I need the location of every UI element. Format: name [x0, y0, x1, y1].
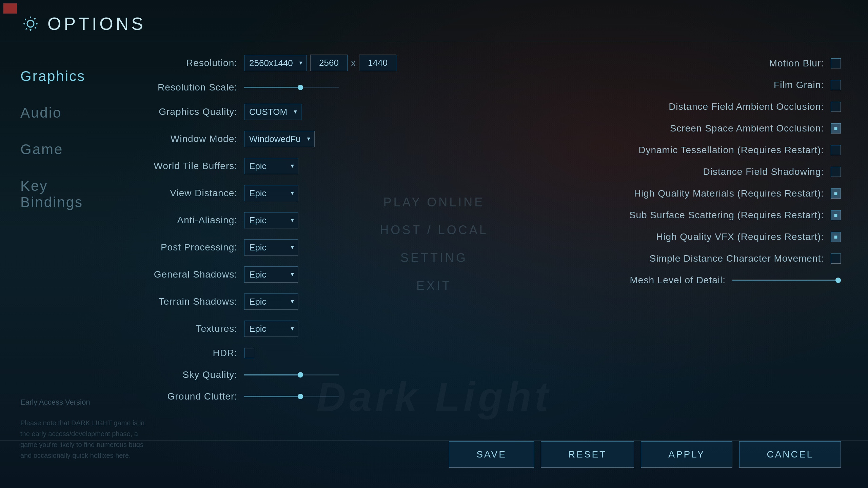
sidebar-item-key-bindings[interactable]: Key Bindings: [20, 178, 88, 210]
terrain-shadows-label: Terrain Shadows:: [136, 296, 237, 307]
resolution-scale-label: Resolution Scale:: [136, 82, 237, 93]
textures-label: Textures:: [136, 323, 237, 334]
sidebar-item-game[interactable]: Game: [20, 141, 88, 158]
world-tile-buffers-row: World Tile Buffers: Epic High Medium Low: [136, 158, 471, 174]
resolution-row: Resolution: 868x488 1920x1080 2560x144…: [136, 55, 471, 71]
save-button[interactable]: SAVE: [449, 441, 534, 468]
resolution-dropdown-wrapper[interactable]: 868x488 1920x1080 868x488: [244, 55, 307, 71]
dynamic-tessellation-checkbox[interactable]: [831, 145, 841, 155]
resolution-control: 868x488 1920x1080 868x488 x: [244, 55, 396, 71]
world-tile-buffers-dropdown[interactable]: Epic High Medium Low: [244, 158, 298, 174]
high-quality-vfx-checkbox[interactable]: [831, 232, 841, 242]
general-shadows-dropdown-wrapper[interactable]: Epic High Medium Low: [244, 266, 298, 283]
general-shadows-dropdown[interactable]: Epic High Medium Low: [244, 266, 298, 283]
world-tile-buffers-dropdown-wrapper[interactable]: Epic High Medium Low: [244, 158, 298, 174]
resolution-label: Resolution:: [136, 58, 237, 68]
graphics-quality-row: Graphics Quality: CUSTOM Low Medium High…: [136, 104, 471, 120]
distance-field-ao-checkbox[interactable]: [831, 102, 841, 112]
distance-field-shadowing-row: Distance Field Shadowing:: [505, 166, 841, 177]
resolution-inputs: x: [310, 55, 396, 71]
motion-blur-checkbox[interactable]: [831, 58, 841, 68]
bg-menu-exit: EXIT: [416, 279, 452, 293]
hdr-row: HDR:: [136, 348, 471, 359]
reset-button[interactable]: RESET: [541, 441, 634, 468]
bottom-separator: [0, 440, 868, 441]
screen-space-ao-row: Screen Space Ambient Occlusion:: [505, 123, 841, 134]
general-shadows-label: General Shadows:: [136, 269, 237, 280]
post-processing-control: Epic High Medium Low: [244, 239, 298, 256]
high-quality-materials-row: High Quality Materials (Requires Restart…: [505, 188, 841, 199]
mesh-lod-label: Mesh Level of Detail:: [630, 275, 726, 286]
ground-clutter-label: Ground Clutter:: [136, 391, 237, 402]
simple-distance-char-checkbox[interactable]: [831, 253, 841, 264]
dynamic-tessellation-row: Dynamic Tessellation (Requires Restart):: [505, 145, 841, 156]
sub-surface-scattering-label: Sub Surface Scattering (Requires Restart…: [629, 210, 824, 221]
distance-field-shadowing-label: Distance Field Shadowing:: [703, 166, 824, 177]
simple-distance-char-row: Simple Distance Character Movement:: [505, 253, 841, 264]
apply-button[interactable]: APPLY: [641, 441, 732, 468]
world-tile-buffers-control: Epic High Medium Low: [244, 158, 298, 174]
sidebar-item-audio[interactable]: Audio: [20, 105, 88, 121]
anti-aliasing-label: Anti-Aliasing:: [136, 215, 237, 226]
hdr-checkbox[interactable]: [244, 348, 254, 358]
high-quality-materials-label: High Quality Materials (Requires Restart…: [634, 188, 824, 199]
view-distance-control: Epic High Medium Low: [244, 185, 298, 201]
mesh-lod-slider[interactable]: [732, 280, 841, 281]
mesh-lod-row: Mesh Level of Detail:: [505, 275, 841, 286]
post-processing-label: Post Processing:: [136, 242, 237, 253]
post-processing-dropdown[interactable]: Epic High Medium Low: [244, 239, 298, 256]
anti-aliasing-dropdown-wrapper[interactable]: Epic High Medium Low: [244, 212, 298, 228]
textures-row: Textures: Epic High Medium Low: [136, 321, 471, 337]
film-grain-checkbox[interactable]: [831, 80, 841, 90]
film-grain-label: Film Grain:: [774, 80, 824, 90]
sidebar-item-graphics[interactable]: Graphics: [20, 68, 88, 84]
distance-field-ao-label: Distance Field Ambient Occlusion:: [669, 101, 824, 112]
distance-field-ao-row: Distance Field Ambient Occlusion:: [505, 101, 841, 112]
high-quality-materials-checkbox[interactable]: [831, 188, 841, 199]
graphics-quality-label: Graphics Quality:: [136, 106, 237, 117]
post-processing-dropdown-wrapper[interactable]: Epic High Medium Low: [244, 239, 298, 256]
high-quality-vfx-row: High Quality VFX (Requires Restart):: [505, 231, 841, 242]
background-menu: PLAY ONLINE HOST / LOCAL SETTING EXIT: [380, 195, 488, 293]
world-tile-buffers-label: World Tile Buffers:: [136, 161, 237, 171]
graphics-quality-control: CUSTOM Low Medium High Epic: [244, 104, 301, 120]
sub-surface-scattering-row: Sub Surface Scattering (Requires Restart…: [505, 210, 841, 221]
motion-blur-label: Motion Blur:: [769, 58, 824, 69]
resolution-height[interactable]: [359, 55, 396, 71]
graphics-quality-dropdown[interactable]: CUSTOM Low Medium High Epic: [244, 104, 301, 120]
resolution-scale-slider[interactable]: [244, 87, 339, 88]
film-grain-row: Film Grain:: [505, 80, 841, 90]
general-shadows-control: Epic High Medium Low: [244, 266, 298, 283]
version-description: Please note that DARK LIGHT game is in t…: [20, 418, 149, 461]
terrain-shadows-dropdown-wrapper[interactable]: Epic High Medium Low: [244, 293, 298, 310]
anti-aliasing-dropdown[interactable]: Epic High Medium Low: [244, 212, 298, 228]
page-title: OPTIONS: [47, 14, 146, 34]
screen-space-ao-label: Screen Space Ambient Occlusion:: [670, 123, 824, 134]
window-mode-dropdown[interactable]: WindowedFu Fullscreen Windowed: [244, 131, 315, 147]
settings-right: Motion Blur: Film Grain: Distance Field …: [505, 55, 841, 471]
distance-field-shadowing-checkbox[interactable]: [831, 167, 841, 177]
window-mode-dropdown-wrapper[interactable]: WindowedFu Fullscreen Windowed: [244, 131, 315, 147]
cancel-button[interactable]: CANCEL: [739, 441, 841, 468]
resolution-scale-row: Resolution Scale:: [136, 82, 471, 93]
resolution-width[interactable]: [310, 55, 348, 71]
graphics-quality-dropdown-wrapper[interactable]: CUSTOM Low Medium High Epic: [244, 104, 301, 120]
bg-menu-play-online: PLAY ONLINE: [383, 195, 485, 209]
close-button[interactable]: [3, 3, 17, 14]
window-mode-row: Window Mode: WindowedFu Fullscreen Windo…: [136, 131, 471, 147]
high-quality-vfx-label: High Quality VFX (Requires Restart):: [656, 231, 824, 242]
terrain-shadows-dropdown[interactable]: Epic High Medium Low: [244, 293, 298, 310]
sub-surface-scattering-checkbox[interactable]: [831, 210, 841, 220]
resolution-scale-control: [244, 87, 339, 88]
watermark: Dark Light: [316, 373, 551, 420]
textures-dropdown-wrapper[interactable]: Epic High Medium Low: [244, 321, 298, 337]
view-distance-dropdown[interactable]: Epic High Medium Low: [244, 185, 298, 201]
view-distance-label: View Distance:: [136, 188, 237, 199]
view-distance-dropdown-wrapper[interactable]: Epic High Medium Low: [244, 185, 298, 201]
textures-control: Epic High Medium Low: [244, 321, 298, 337]
screen-space-ao-checkbox[interactable]: [831, 123, 841, 134]
resolution-dropdown[interactable]: 868x488 1920x1080 868x488: [244, 55, 307, 71]
bg-menu-setting: SETTING: [400, 251, 468, 265]
hdr-control: [244, 348, 254, 358]
textures-dropdown[interactable]: Epic High Medium Low: [244, 321, 298, 337]
